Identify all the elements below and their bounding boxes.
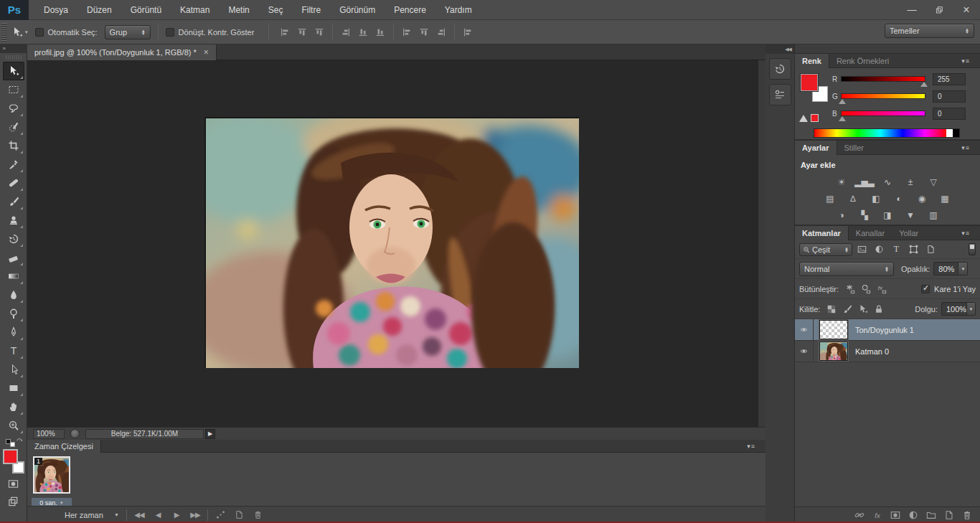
tab-renk-ornekleri[interactable]: Renk Örnekleri [829, 54, 896, 68]
channel-g-value[interactable]: 0 [933, 90, 966, 103]
restore-button[interactable] [925, 0, 953, 20]
levels-icon[interactable]: ▂▅▃ [855, 175, 874, 189]
layer-thumbnail[interactable] [819, 341, 848, 361]
fill-dropdown[interactable]: 100% ▼ [941, 302, 976, 316]
hue-saturation-icon[interactable]: ▤ [821, 192, 839, 205]
brightness-contrast-icon[interactable]: ☀ [832, 175, 851, 189]
delete-layer-button[interactable] [958, 508, 976, 522]
auto-select-checkbox[interactable] [35, 28, 44, 37]
align-top-button[interactable] [277, 25, 293, 39]
eyedropper-tool[interactable] [3, 155, 24, 174]
gamut-warning[interactable] [799, 114, 819, 122]
auto-select-group-dropdown[interactable]: Grup ▲▼ [105, 25, 151, 39]
hand-tool[interactable] [3, 397, 24, 416]
filter-shape[interactable] [906, 243, 921, 256]
lock-transparent-pixels[interactable] [824, 303, 839, 316]
curves-icon[interactable]: ∿ [878, 175, 897, 189]
exposure-icon[interactable]: ± [901, 175, 920, 189]
lock-image-pixels[interactable] [840, 303, 854, 316]
new-layer-button[interactable] [940, 508, 958, 522]
channel-mixer-icon[interactable]: ◉ [913, 192, 931, 205]
black-white-icon[interactable]: ◧ [867, 192, 885, 205]
menu-item-pencere[interactable]: Pencere [385, 0, 435, 20]
minimize-button[interactable]: — [898, 0, 925, 20]
options-grip[interactable] [1, 23, 7, 42]
delete-frame-button[interactable] [248, 509, 267, 522]
align-bottom-button[interactable] [311, 25, 327, 39]
history-panel-button[interactable] [769, 58, 791, 80]
canvas-image[interactable] [205, 118, 578, 367]
quick-selection-tool[interactable] [3, 118, 24, 136]
channel-r-value[interactable]: 255 [933, 73, 966, 85]
align-horizontal-center-button[interactable] [355, 25, 371, 39]
lock-position-sync[interactable] [843, 283, 857, 296]
menu-item-dosya[interactable]: Dosya [34, 0, 77, 20]
distribute-center-button[interactable] [416, 25, 432, 39]
filter-toggle-switch[interactable] [969, 243, 976, 255]
document-tab[interactable]: profil.jpg @ 100% (Ton/Doygunluk 1, RGB/… [27, 44, 217, 60]
clone-stamp-tool[interactable] [3, 211, 24, 230]
marquee-tool[interactable] [3, 80, 24, 99]
spectrum-black[interactable] [953, 129, 959, 137]
tab-renk[interactable]: Renk [795, 54, 829, 68]
path-selection-tool[interactable] [3, 360, 24, 379]
color-balance-icon[interactable]: ∆ [844, 192, 862, 205]
auto-align-button[interactable] [460, 25, 476, 39]
duplicate-frame-button[interactable] [230, 509, 248, 522]
loop-dropdown[interactable]: Her zaman ▼ [60, 509, 123, 522]
crop-tool[interactable] [3, 136, 24, 155]
current-tool-button[interactable]: ▾ [11, 27, 28, 38]
lock-all[interactable] [872, 303, 886, 316]
type-tool[interactable] [3, 341, 24, 360]
zoom-level-field[interactable]: 100% [33, 429, 65, 439]
align-vertical-center-button[interactable] [294, 25, 310, 39]
brush-tool[interactable] [3, 192, 24, 211]
lasso-tool[interactable] [3, 99, 24, 118]
screen-mode-button[interactable] [3, 492, 24, 509]
menu-item-filtre[interactable]: Filtre [292, 0, 330, 20]
panel-menu-icon[interactable]: ▾≡ [961, 230, 970, 237]
history-brush-tool[interactable] [3, 230, 24, 248]
vertical-scrollbar[interactable] [758, 60, 765, 427]
threshold-icon[interactable]: ◨ [878, 208, 897, 222]
menu-item-görüntü[interactable]: Görüntü [121, 0, 171, 20]
lock-visibility-sync[interactable] [859, 283, 873, 296]
play-button[interactable]: ▶ [167, 509, 186, 522]
distribute-right-button[interactable] [433, 25, 449, 39]
slider-thumb[interactable] [920, 82, 928, 87]
menu-item-seç[interactable]: Seç [259, 0, 293, 20]
panel-menu-icon[interactable]: ▾≡ [961, 57, 970, 65]
photo-filter-icon[interactable]: ◐ [890, 192, 908, 205]
slider-thumb[interactable] [839, 99, 846, 104]
channel-r-slider[interactable] [841, 76, 925, 82]
layer-row[interactable]: Ton/Doygunluk 1 [795, 319, 980, 341]
color-spectrum-ramp[interactable] [814, 128, 960, 138]
zoom-tool[interactable] [3, 416, 24, 435]
propagate-frame-checkbox[interactable] [921, 285, 930, 293]
filter-type[interactable]: T [889, 243, 904, 256]
link-layers-button[interactable] [850, 508, 868, 522]
tools-grip[interactable] [6, 55, 22, 60]
tab-stiller[interactable]: Stiller [837, 141, 872, 155]
menu-item-düzen[interactable]: Düzen [77, 0, 121, 20]
panel-menu-icon[interactable]: ▾≡ [961, 144, 970, 151]
canvas[interactable] [27, 60, 758, 427]
expand-panels-button[interactable]: ◀◀ [765, 44, 794, 54]
lock-effects-sync[interactable] [875, 283, 889, 296]
next-frame-button[interactable]: ▶▶ [186, 509, 204, 522]
foreground-color-swatch[interactable] [801, 74, 818, 91]
opacity-dropdown[interactable]: 80% ▼ [933, 262, 968, 275]
tab-katmanlar[interactable]: Katmanlar [795, 226, 849, 240]
invert-icon[interactable]: ◑ [832, 208, 851, 222]
layer-filter-dropdown[interactable]: Çeşit ▲▼ [799, 243, 852, 256]
tools-collapse-button[interactable]: » [0, 44, 27, 53]
layer-visibility-toggle[interactable] [795, 319, 814, 341]
posterize-icon[interactable]: ▚ [855, 208, 874, 222]
foreground-color-swatch[interactable] [3, 449, 18, 464]
layer-mask-thumbnail[interactable] [819, 320, 848, 339]
layer-visibility-toggle[interactable] [795, 341, 814, 362]
quick-mask-button[interactable] [3, 475, 24, 492]
color-lookup-icon[interactable]: ▦ [936, 192, 954, 205]
move-tool[interactable] [3, 62, 24, 80]
status-sync-icon[interactable] [70, 429, 80, 438]
